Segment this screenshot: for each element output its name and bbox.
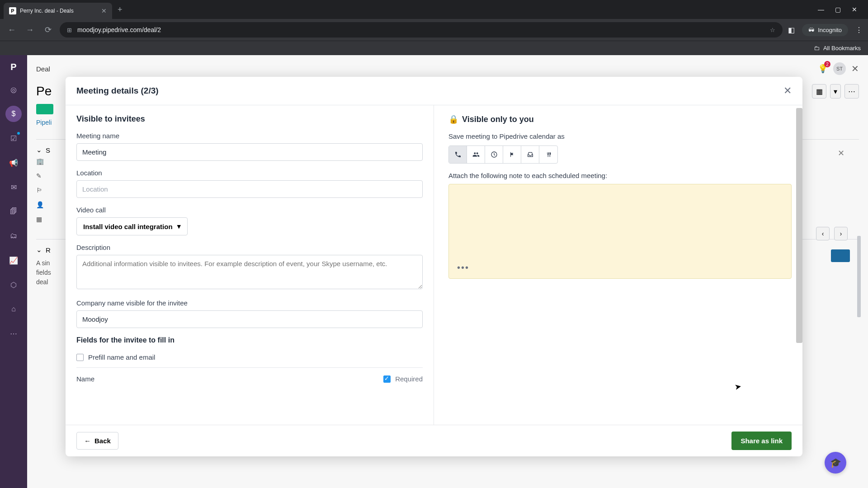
meeting-type-button[interactable]	[467, 146, 485, 163]
prefill-label: Prefill name and email	[88, 353, 155, 361]
pipeline-link[interactable]: Pipeli	[36, 119, 52, 126]
modal-title: Meeting details (2/3)	[76, 86, 159, 96]
sidebar-products-icon[interactable]: ⬡	[5, 277, 22, 293]
window-controls: — ▢ ✕	[818, 6, 864, 13]
folder-icon: 🗀	[814, 45, 820, 52]
task-type-button[interactable]	[485, 146, 503, 163]
tab-close-icon[interactable]: ✕	[101, 7, 107, 14]
bulb-badge: 2	[824, 61, 830, 67]
attach-note-label: Attach the following note to each schedu…	[448, 172, 792, 179]
sidebar-contacts-icon[interactable]: 🗂	[5, 228, 22, 244]
modal-footer: ← Back Share as link	[66, 425, 802, 456]
prev-arrow-button[interactable]: ‹	[816, 227, 830, 240]
bookmarks-bar: 🗀 All Bookmarks	[0, 41, 868, 55]
close-window-icon[interactable]: ✕	[852, 6, 857, 13]
app-sidebar: P ◎ $ ☑ 📢 ✉ 🗐 🗂 📈 ⬡ ⌂ ⋯	[0, 55, 27, 488]
browser-chrome: P Perry Inc. deal - Deals ✕ + — ▢ ✕ ← → …	[0, 0, 868, 55]
bookmark-star-icon[interactable]: ☆	[770, 27, 775, 33]
modal-scrollbar[interactable]	[796, 108, 802, 343]
maximize-icon[interactable]: ▢	[835, 6, 841, 13]
field-icon: ✎	[36, 172, 42, 179]
sidebar-insights-icon[interactable]: 📈	[5, 252, 22, 268]
share-as-link-button[interactable]: Share as link	[731, 432, 792, 450]
note-more-icon[interactable]: •••	[457, 263, 469, 273]
meeting-name-input[interactable]	[76, 143, 423, 161]
call-type-button[interactable]	[449, 146, 467, 163]
blue-action-button[interactable]	[831, 249, 850, 262]
incognito-badge[interactable]: 🕶 Incognito	[802, 24, 848, 36]
field-icon: 🏳	[36, 187, 42, 194]
save-as-label: Save meeting to Pipedrive calendar as	[448, 132, 792, 140]
required-checkbox[interactable]	[383, 375, 391, 383]
browser-toolbar: ← → ⟳ ⊞ moodjoy.pipedrive.com/deal/2 ☆ ◧…	[0, 19, 868, 41]
incognito-icon: 🕶	[808, 27, 814, 33]
browser-tab[interactable]: P Perry Inc. deal - Deals ✕	[4, 3, 112, 19]
back-button[interactable]: ← Back	[76, 432, 118, 450]
pipedrive-logo[interactable]: P	[7, 61, 20, 73]
email-type-button[interactable]	[521, 146, 539, 163]
next-arrow-button[interactable]: ›	[834, 227, 848, 240]
description-textarea[interactable]	[76, 255, 423, 289]
video-call-button-text: Install video call integration	[83, 223, 173, 230]
visible-only-to-you-title: 🔒 Visible only to you	[448, 114, 792, 124]
video-call-dropdown[interactable]: Install video call integration ▾	[76, 217, 188, 235]
sidebar-calendar-icon[interactable]: 🗐	[5, 203, 22, 220]
chevron-down-icon[interactable]: ⌄	[36, 146, 42, 154]
modal-right-panel: 🔒 Visible only to you Save meeting to Pi…	[434, 105, 802, 425]
location-input[interactable]	[76, 180, 423, 198]
help-fab-button[interactable]: 🎓	[825, 452, 846, 474]
reload-icon[interactable]: ⟳	[42, 25, 54, 35]
back-icon[interactable]: ←	[5, 25, 18, 35]
forward-icon[interactable]: →	[24, 25, 36, 35]
field-icon: 👤	[36, 201, 44, 208]
company-name-input[interactable]	[76, 310, 423, 328]
url-text: moodjoy.pipedrive.com/deal/2	[77, 26, 161, 33]
sidebar-campaigns-icon[interactable]: 📢	[5, 155, 22, 171]
all-bookmarks-link[interactable]: All Bookmarks	[823, 45, 861, 52]
lock-icon: 🔒	[448, 114, 458, 124]
graduation-cap-icon: 🎓	[830, 457, 841, 468]
deadline-type-button[interactable]	[503, 146, 521, 163]
user-avatar[interactable]: ST	[833, 62, 846, 75]
visible-only-text: Visible only to you	[462, 115, 534, 124]
sidebar-target-icon[interactable]: ◎	[5, 81, 22, 98]
sidebar-activities-icon[interactable]: ☑	[5, 130, 22, 146]
required-label: Required	[395, 375, 423, 383]
layout-dropdown-button[interactable]: ▾	[830, 84, 841, 99]
layout-view-button[interactable]: ▦	[812, 84, 826, 99]
modal-left-panel: Visible to invitees Meeting name Locatio…	[66, 105, 434, 425]
tab-favicon: P	[9, 7, 16, 14]
section-r-label: R	[46, 246, 51, 254]
url-bar[interactable]: ⊞ moodjoy.pipedrive.com/deal/2 ☆	[60, 22, 783, 38]
back-button-text: Back	[94, 437, 111, 445]
field-icon: 🏢	[36, 158, 44, 165]
location-label: Location	[76, 169, 423, 177]
more-actions-button[interactable]: ⋯	[844, 84, 859, 99]
panel-close-icon[interactable]: ✕	[851, 63, 859, 74]
sidebar-mail-icon[interactable]: ✉	[5, 179, 22, 195]
minimize-icon[interactable]: —	[818, 6, 824, 13]
tab-title: Perry Inc. deal - Deals	[20, 8, 98, 14]
field-name-label: Name	[76, 375, 94, 383]
note-textarea[interactable]: •••	[448, 184, 792, 279]
insights-bulb-icon[interactable]: 💡2	[818, 64, 828, 74]
prefill-checkbox[interactable]	[76, 354, 84, 361]
browser-menu-icon[interactable]: ⋮	[855, 26, 863, 34]
new-tab-button[interactable]: +	[118, 5, 123, 14]
field-icon: ▦	[36, 216, 42, 223]
side-panel-icon[interactable]: ◧	[788, 26, 795, 34]
lunch-type-button[interactable]	[539, 146, 557, 163]
modal-body: Visible to invitees Meeting name Locatio…	[66, 105, 802, 425]
sidebar-more-icon[interactable]: ⋯	[5, 325, 22, 342]
incognito-label: Incognito	[818, 27, 842, 33]
visible-to-invitees-title: Visible to invitees	[76, 114, 423, 124]
sidebar-marketplace-icon[interactable]: ⌂	[5, 301, 22, 317]
site-settings-icon[interactable]: ⊞	[67, 27, 72, 33]
tab-bar: P Perry Inc. deal - Deals ✕ + — ▢ ✕	[0, 0, 868, 19]
sidebar-deals-icon[interactable]: $	[5, 106, 22, 122]
meeting-details-modal: Meeting details (2/3) ✕ Visible to invit…	[66, 77, 802, 456]
chevron-down-icon[interactable]: ⌄	[36, 246, 42, 254]
inner-scrollbar[interactable]	[857, 236, 861, 317]
breadcrumb-deal: Deal	[36, 65, 50, 73]
modal-close-icon[interactable]: ✕	[783, 85, 792, 97]
